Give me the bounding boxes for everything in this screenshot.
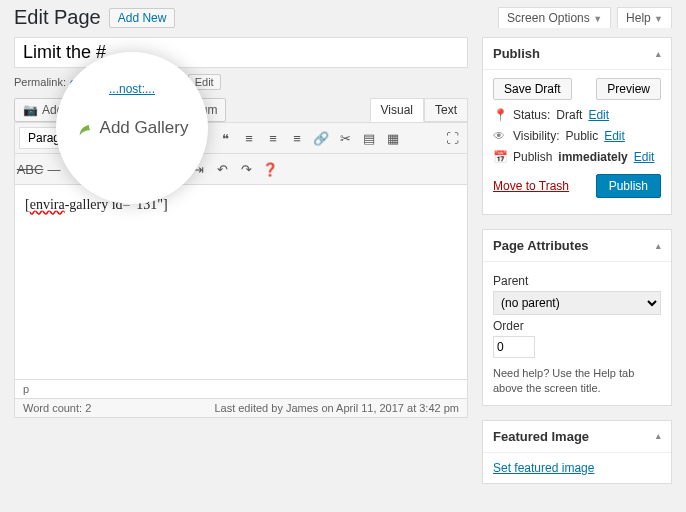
- publish-heading: Publish: [493, 46, 540, 61]
- fullscreen-icon[interactable]: ⛶: [441, 127, 463, 149]
- attributes-help-text: Need help? Use the Help tab above the sc…: [493, 366, 661, 397]
- toggle-icon[interactable]: ▴: [656, 431, 661, 441]
- screen-options-button[interactable]: Screen Options ▼: [498, 7, 611, 28]
- strikethrough-icon[interactable]: ABC: [19, 158, 41, 180]
- unlink-icon[interactable]: ✂: [334, 127, 356, 149]
- help-button[interactable]: Help ▼: [617, 7, 672, 28]
- parent-select[interactable]: (no parent): [493, 291, 661, 315]
- content-editor[interactable]: [envira-gallery id="131"]: [14, 185, 468, 380]
- publish-button[interactable]: Publish: [596, 174, 661, 198]
- undo-icon[interactable]: ↶: [211, 158, 233, 180]
- magnified-add-gallery: Add Gallery: [100, 118, 189, 138]
- pin-icon: 📍: [493, 108, 507, 122]
- save-draft-button[interactable]: Save Draft: [493, 78, 572, 100]
- tab-text[interactable]: Text: [424, 98, 468, 122]
- last-edited: Last edited by James on April 11, 2017 a…: [214, 402, 459, 414]
- edit-schedule-link[interactable]: Edit: [634, 150, 655, 164]
- toggle-icon[interactable]: ▴: [656, 49, 661, 59]
- edit-status-link[interactable]: Edit: [588, 108, 609, 122]
- calendar-icon: 📅: [493, 150, 507, 164]
- help-icon[interactable]: ❓: [259, 158, 281, 180]
- order-input[interactable]: [493, 336, 535, 358]
- post-title-input[interactable]: [14, 37, 468, 68]
- link-icon[interactable]: 🔗: [310, 127, 332, 149]
- redo-icon[interactable]: ↷: [235, 158, 257, 180]
- featured-image-heading: Featured Image: [493, 429, 589, 444]
- page-title: Edit Page: [14, 6, 101, 29]
- align-right-icon[interactable]: ≡: [286, 127, 308, 149]
- order-label: Order: [493, 319, 661, 333]
- align-left-icon[interactable]: ≡: [238, 127, 260, 149]
- word-count: Word count: 2: [23, 402, 91, 414]
- leaf-icon: [76, 119, 94, 137]
- align-center-icon[interactable]: ≡: [262, 127, 284, 149]
- page-attributes-heading: Page Attributes: [493, 238, 589, 253]
- preview-button[interactable]: Preview: [596, 78, 661, 100]
- set-featured-image-link[interactable]: Set featured image: [493, 461, 594, 475]
- edit-visibility-link[interactable]: Edit: [604, 129, 625, 143]
- magnified-permalink: ...nost:...: [109, 82, 155, 96]
- magnifier-overlay: ...nost:... Add Gallery: [56, 52, 208, 204]
- add-new-button[interactable]: Add New: [109, 8, 176, 28]
- quote-icon[interactable]: ❝: [214, 127, 236, 149]
- toggle-icon[interactable]: ▴: [656, 241, 661, 251]
- eye-icon: 👁: [493, 129, 507, 143]
- permalink-label: Permalink:: [14, 76, 66, 88]
- parent-label: Parent: [493, 274, 661, 288]
- editor-path: p: [14, 380, 468, 399]
- toolbar-toggle-icon[interactable]: ▦: [382, 127, 404, 149]
- readmore-icon[interactable]: ▤: [358, 127, 380, 149]
- hr-icon[interactable]: —: [43, 158, 65, 180]
- tab-visual[interactable]: Visual: [370, 98, 424, 122]
- move-to-trash-link[interactable]: Move to Trash: [493, 179, 569, 193]
